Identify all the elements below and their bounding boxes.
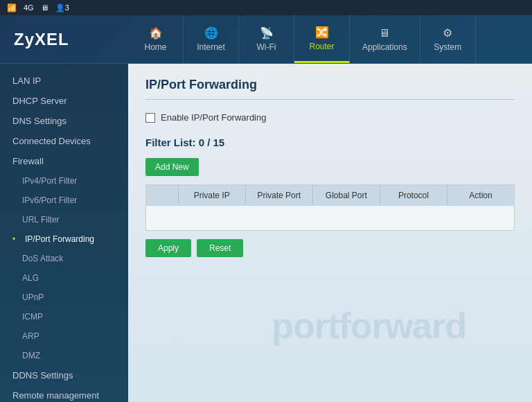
nav-tab-applications[interactable]: 🖥 Applications: [350, 15, 420, 63]
sidebar-item-ipv4-port-filter[interactable]: IPv4/Port Filter: [0, 171, 128, 191]
table-header: Private IPPrivate PortGlobal PortProtoco…: [146, 185, 514, 206]
sidebar-item-dns-settings[interactable]: DNS Settings: [0, 111, 128, 131]
enable-label: Enable IP/Port Forwarding: [161, 112, 266, 123]
sidebar-item-url-filter[interactable]: URL Filter: [0, 210, 128, 229]
sidebar-item-arp[interactable]: ARP: [0, 326, 128, 346]
system-icon: ⚙: [443, 26, 452, 40]
logo-area: ZyXEL: [0, 15, 128, 63]
wifi-icon: 📡: [260, 26, 274, 40]
sidebar-item-dmz[interactable]: DMZ: [0, 346, 128, 365]
sidebar-item-icmp[interactable]: ICMP: [0, 307, 128, 326]
applications-label: Applications: [362, 42, 407, 52]
nav-tab-wifi[interactable]: 📡 Wi-Fi: [239, 15, 294, 63]
table-col-4: Protocol: [380, 185, 447, 206]
logo: ZyXEL: [14, 30, 69, 49]
internet-icon: 🌐: [204, 26, 218, 40]
nav-tab-home[interactable]: 🏠 Home: [128, 15, 184, 63]
apply-button[interactable]: Apply: [145, 239, 191, 257]
page-title: IP/Port Forwarding: [145, 78, 515, 100]
sidebar-item-connected-devices[interactable]: Connected Devices: [0, 131, 128, 151]
sidebar-item-remote-management[interactable]: Remote management: [0, 385, 128, 402]
nav-tab-system[interactable]: ⚙ System: [420, 15, 476, 63]
status-bar: 📶 4G 🖥 👤3: [0, 0, 532, 15]
users-count: 👤3: [55, 3, 69, 12]
network-type: 4G: [24, 3, 34, 12]
signal-icon: 📶: [7, 3, 17, 12]
main-layout: LAN IPDHCP ServerDNS SettingsConnected D…: [0, 64, 532, 402]
table-col-1: Private IP: [179, 185, 246, 206]
sidebar-item-ip-port-forwarding[interactable]: IP/Port Forwarding: [0, 229, 128, 249]
home-icon: 🏠: [149, 26, 163, 40]
table-col-3: Global Port: [313, 185, 380, 206]
enable-checkbox[interactable]: [145, 113, 155, 123]
watermark: portforward: [272, 305, 466, 347]
sidebar-item-firewall[interactable]: Firewall: [0, 151, 128, 171]
router-label: Router: [309, 42, 334, 51]
header: ZyXEL 🏠 Home🌐 Internet📡 Wi-Fi🔀 Router🖥 A…: [0, 15, 532, 64]
connection-icon: 🖥: [41, 3, 48, 12]
add-new-button[interactable]: Add New: [145, 158, 199, 176]
sidebar-item-ddns-settings[interactable]: DDNS Settings: [0, 365, 128, 385]
sidebar-item-dos-attack[interactable]: DoS Attack: [0, 249, 128, 268]
filter-table: Private IPPrivate PortGlobal PortProtoco…: [145, 184, 515, 231]
buttons-row: Apply Reset: [145, 239, 515, 257]
table-empty-row: [146, 206, 514, 230]
table-col-5: Action: [447, 185, 514, 206]
table-col-0: [146, 185, 179, 206]
nav-tabs: 🏠 Home🌐 Internet📡 Wi-Fi🔀 Router🖥 Applica…: [128, 15, 532, 63]
filter-list-title: Filter List: 0 / 15: [145, 137, 515, 148]
enable-row: Enable IP/Port Forwarding: [145, 112, 515, 123]
nav-tab-internet[interactable]: 🌐 Internet: [184, 15, 239, 63]
sidebar: LAN IPDHCP ServerDNS SettingsConnected D…: [0, 64, 128, 402]
router-icon: 🔀: [315, 26, 329, 39]
internet-label: Internet: [197, 42, 225, 52]
sidebar-item-lan-ip[interactable]: LAN IP: [0, 71, 128, 91]
sidebar-item-upnp[interactable]: UPnP: [0, 288, 128, 307]
home-label: Home: [144, 42, 166, 52]
table-col-2: Private Port: [246, 185, 313, 206]
sidebar-item-dhcp-server[interactable]: DHCP Server: [0, 91, 128, 111]
reset-button[interactable]: Reset: [197, 239, 243, 257]
nav-tab-router[interactable]: 🔀 Router: [294, 15, 350, 63]
system-label: System: [434, 42, 461, 52]
applications-icon: 🖥: [379, 27, 390, 40]
content-area: IP/Port Forwarding Enable IP/Port Forwar…: [128, 64, 532, 402]
sidebar-item-alg[interactable]: ALG: [0, 268, 128, 288]
wifi-label: Wi-Fi: [257, 42, 276, 52]
sidebar-item-ipv6-port-filter[interactable]: IPv6/Port Filter: [0, 191, 128, 210]
